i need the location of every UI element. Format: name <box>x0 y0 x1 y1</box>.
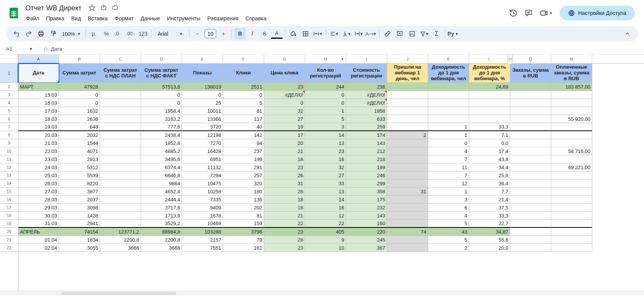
cell[interactable] <box>428 115 469 123</box>
menu-формат[interactable]: Формат <box>112 14 137 23</box>
cell[interactable] <box>510 204 551 212</box>
cell[interactable] <box>510 147 551 155</box>
cell[interactable]: 13366 <box>182 115 223 123</box>
row-header-2[interactable]: 2 <box>0 83 18 91</box>
cell[interactable]: 220 <box>346 228 387 236</box>
insert-chart-button[interactable] <box>406 28 418 40</box>
row-header-17[interactable]: 17 <box>0 204 18 212</box>
cell[interactable] <box>510 99 551 107</box>
share-button[interactable]: Настройки Доступа <box>560 6 635 20</box>
cell[interactable] <box>551 107 592 115</box>
move-icon[interactable] <box>100 4 107 12</box>
cell[interactable] <box>100 147 141 155</box>
cell[interactable] <box>387 244 428 252</box>
cell[interactable]: 405 <box>305 228 346 236</box>
cell[interactable]: 236 <box>346 83 387 91</box>
cell[interactable]: 28 <box>264 236 305 244</box>
cell[interactable]: 37,5 <box>469 204 510 212</box>
cell[interactable]: 29.03 <box>18 204 59 212</box>
cell[interactable] <box>100 220 141 228</box>
cell[interactable] <box>510 115 551 123</box>
cell[interactable]: 633 <box>346 115 387 123</box>
header-cell[interactable]: Цена клика <box>264 64 305 83</box>
row-header-20[interactable]: 20 <box>0 228 18 236</box>
col-header-C[interactable]: C <box>100 54 141 63</box>
cell[interactable] <box>510 171 551 179</box>
header-cell[interactable]: Показы <box>182 64 223 83</box>
cell[interactable]: 88984,8 <box>141 228 182 236</box>
cell[interactable]: 22 <box>264 220 305 228</box>
cell[interactable]: 0 <box>305 91 346 99</box>
cell[interactable]: 320 <box>223 179 264 188</box>
header-cell[interactable]: Доходимость до 1 дня вебинара, чел <box>428 64 469 83</box>
cell[interactable]: 23.03 <box>18 155 59 163</box>
cell[interactable] <box>387 179 428 188</box>
header-cell[interactable]: Кол-во регистраций <box>305 64 346 83</box>
cell[interactable]: 5 <box>223 99 264 107</box>
cell[interactable]: 58 716,00 <box>551 147 592 155</box>
cell[interactable]: 218 <box>346 155 387 163</box>
cell[interactable] <box>387 196 428 204</box>
strikethrough-button[interactable]: S <box>259 28 270 40</box>
cell[interactable]: 18 <box>264 196 305 204</box>
cell[interactable] <box>100 196 141 204</box>
cell[interactable]: 32 <box>305 163 346 171</box>
cell[interactable]: 25,9 <box>469 171 510 179</box>
cell[interactable] <box>551 204 592 212</box>
cell[interactable]: 17.03 <box>18 107 59 115</box>
cell[interactable]: 161 <box>223 244 264 252</box>
cell[interactable]: 19 <box>264 123 305 131</box>
cell[interactable]: 3796 <box>223 228 264 236</box>
cell[interactable]: 1 <box>428 188 469 196</box>
row-header-10[interactable]: 10 <box>0 147 18 155</box>
cell[interactable]: 43,8 <box>469 155 510 163</box>
cell[interactable] <box>551 171 592 179</box>
cell[interactable] <box>510 107 551 115</box>
cell[interactable]: 11 <box>428 163 469 171</box>
cell[interactable]: 0 <box>223 91 264 99</box>
cell[interactable]: #ДЕЛ/0! <box>346 99 387 107</box>
filter-button[interactable]: ▼ <box>419 28 430 40</box>
fill-color-button[interactable] <box>288 28 299 40</box>
insert-comment-button[interactable] <box>394 28 406 40</box>
cell[interactable]: 31.03 <box>18 220 59 228</box>
cell[interactable]: 358 <box>346 188 387 196</box>
wrap-button[interactable]: ▼ <box>353 28 365 40</box>
cell[interactable]: 232 <box>346 204 387 212</box>
cell[interactable]: 3720 <box>182 123 223 131</box>
cell[interactable]: 1852,8 <box>141 139 182 147</box>
cell[interactable]: 367 <box>346 244 387 252</box>
cell[interactable] <box>510 188 551 196</box>
cell[interactable]: 33,3 <box>469 123 510 131</box>
cell[interactable] <box>100 131 141 139</box>
cell[interactable] <box>551 139 592 147</box>
cell[interactable] <box>100 188 141 196</box>
cell[interactable] <box>100 155 141 163</box>
cell[interactable]: 36,4 <box>469 179 510 188</box>
cell[interactable]: 180 <box>223 188 264 196</box>
header-cell[interactable]: Пришли на вебинар 1 день, чел <box>387 64 428 83</box>
cell[interactable] <box>510 163 551 171</box>
cell[interactable]: 2200,8 <box>141 236 182 244</box>
cell[interactable]: 12 <box>428 179 469 188</box>
cell[interactable]: 3055 <box>59 244 100 252</box>
cell[interactable] <box>510 220 551 228</box>
cell[interactable] <box>551 155 592 163</box>
cell[interactable]: 22 <box>305 220 346 228</box>
cell[interactable]: 136 <box>223 196 264 204</box>
cell[interactable] <box>100 139 141 147</box>
text-color-button[interactable]: A <box>271 29 283 39</box>
menu-правка[interactable]: Правка <box>43 14 67 23</box>
cell[interactable]: 81 <box>223 212 264 220</box>
cell[interactable] <box>551 212 592 220</box>
cell[interactable]: 27 <box>305 171 346 179</box>
cell[interactable]: 17 <box>264 131 305 139</box>
cell[interactable]: 13 <box>305 139 346 147</box>
cell[interactable] <box>551 179 592 188</box>
header-cell[interactable]: Сумма затрат с НДС ПЛАН <box>100 64 141 83</box>
cell[interactable]: 9409 <box>182 204 223 212</box>
formula-bar[interactable]: Дата <box>51 46 62 52</box>
sheets-logo[interactable] <box>6 5 21 21</box>
font-select[interactable]: Arial▼ <box>154 31 187 37</box>
cell[interactable] <box>428 83 469 91</box>
